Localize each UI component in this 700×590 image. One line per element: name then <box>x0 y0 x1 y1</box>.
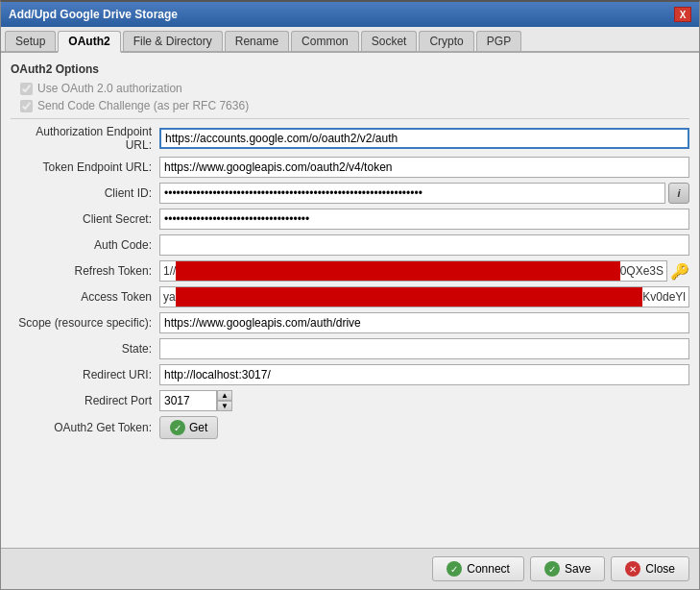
auth-endpoint-input[interactable] <box>159 128 689 149</box>
refresh-token-group: 1// 0QXe3S 🔑 <box>159 260 689 282</box>
scope-row: Scope (resource specific): <box>11 312 689 333</box>
auth-endpoint-label: Authorization Endpoint URL: <box>11 125 159 152</box>
refresh-token-redacted <box>176 261 619 281</box>
checkbox-code-challenge-label: Send Code Challenge (as per RFC 7636) <box>37 99 249 112</box>
footer: ✓ Connect ✓ Save ✕ Close <box>1 548 699 589</box>
spinner-down-button[interactable]: ▼ <box>217 401 232 411</box>
get-token-button-label: Get <box>189 421 207 434</box>
spinner-buttons: ▲ ▼ <box>217 390 232 411</box>
token-endpoint-row: Token Endpoint URL: <box>11 157 689 178</box>
access-token-group: ya Kv0deYl <box>159 286 689 307</box>
redirect-port-spinner: ▲ ▼ <box>159 390 232 411</box>
section-title: OAuth2 Options <box>11 62 689 76</box>
close-button[interactable]: ✕ Close <box>611 556 689 581</box>
tab-bar: Setup OAuth2 File & Directory Rename Com… <box>1 27 699 53</box>
connect-label: Connect <box>467 562 510 576</box>
get-token-button[interactable]: Get <box>159 416 218 439</box>
client-id-label: Client ID: <box>11 186 159 200</box>
token-endpoint-label: Token Endpoint URL: <box>11 160 159 174</box>
refresh-token-row: Refresh Token: 1// 0QXe3S 🔑 <box>11 260 689 282</box>
access-token-row: Access Token ya Kv0deYl <box>11 286 689 307</box>
token-endpoint-input[interactable] <box>159 157 689 178</box>
tab-rename[interactable]: Rename <box>225 31 289 51</box>
state-label: State: <box>11 342 159 356</box>
title-bar: Add/Upd Google Drive Storage X <box>1 2 699 27</box>
refresh-token-suffix: 0QXe3S <box>620 264 666 278</box>
redirect-port-input[interactable] <box>159 390 217 411</box>
auth-code-input[interactable] <box>159 234 689 256</box>
window-title: Add/Upd Google Drive Storage <box>9 8 178 21</box>
refresh-token-display: 1// 0QXe3S <box>159 260 667 282</box>
main-window: Add/Upd Google Drive Storage X Setup OAu… <box>0 0 700 590</box>
scope-label: Scope (resource specific): <box>11 316 159 330</box>
divider1 <box>11 118 689 119</box>
client-id-row: Client ID: i <box>11 183 689 204</box>
checkbox-code-challenge-row: Send Code Challenge (as per RFC 7636) <box>20 99 689 112</box>
access-token-suffix: Kv0deYl <box>642 290 688 304</box>
access-token-redacted <box>176 287 643 307</box>
close-label: Close <box>645 562 675 576</box>
access-token-prefix: ya <box>160 290 176 304</box>
auth-endpoint-row: Authorization Endpoint URL: <box>11 125 689 152</box>
client-id-input[interactable] <box>159 183 665 204</box>
tab-setup[interactable]: Setup <box>5 31 56 51</box>
get-token-row: OAuth2 Get Token: Get <box>11 416 689 439</box>
redirect-uri-input[interactable] <box>159 364 689 385</box>
tab-file-directory[interactable]: File & Directory <box>123 31 223 51</box>
scope-input[interactable] <box>159 312 689 333</box>
state-input[interactable] <box>159 338 689 359</box>
tab-common[interactable]: Common <box>291 31 359 51</box>
title-close-button[interactable]: X <box>674 7 691 22</box>
client-secret-input[interactable] <box>159 209 689 230</box>
checkbox-use-oauth-label: Use OAuth 2.0 authorization <box>37 82 182 95</box>
get-token-label: OAuth2 Get Token: <box>11 421 159 434</box>
spinner-up-button[interactable]: ▲ <box>217 390 232 401</box>
tab-oauth2[interactable]: OAuth2 <box>58 31 120 53</box>
get-token-button-icon <box>170 420 185 435</box>
redirect-port-label: Redirect Port <box>11 394 159 407</box>
save-button[interactable]: ✓ Save <box>530 556 605 581</box>
access-token-label: Access Token <box>11 290 159 304</box>
auth-code-label: Auth Code: <box>11 238 159 252</box>
content-area: OAuth2 Options Use OAuth 2.0 authorizati… <box>1 53 699 548</box>
checkbox-code-challenge[interactable] <box>20 100 33 112</box>
auth-code-row: Auth Code: <box>11 234 689 256</box>
connect-button[interactable]: ✓ Connect <box>432 556 524 581</box>
tab-pgp[interactable]: PGP <box>476 31 521 51</box>
info-button[interactable]: i <box>668 183 689 204</box>
tab-crypto[interactable]: Crypto <box>419 31 473 51</box>
connect-icon: ✓ <box>447 561 462 577</box>
checkbox-use-oauth-row: Use OAuth 2.0 authorization <box>20 82 689 95</box>
client-id-input-group: i <box>159 183 689 204</box>
redirect-uri-row: Redirect URI: <box>11 364 689 385</box>
refresh-token-key-icon[interactable]: 🔑 <box>670 262 689 281</box>
save-label: Save <box>565 562 591 576</box>
state-row: State: <box>11 338 689 359</box>
refresh-token-label: Refresh Token: <box>11 264 159 278</box>
tab-socket[interactable]: Socket <box>361 31 418 51</box>
close-icon: ✕ <box>625 561 640 577</box>
client-secret-label: Client Secret: <box>11 212 159 226</box>
checkbox-use-oauth[interactable] <box>20 83 33 95</box>
access-token-display: ya Kv0deYl <box>159 286 689 307</box>
save-icon: ✓ <box>544 561 560 577</box>
refresh-token-prefix: 1// <box>160 264 176 278</box>
client-secret-row: Client Secret: <box>11 209 689 230</box>
redirect-port-row: Redirect Port ▲ ▼ <box>11 390 689 411</box>
redirect-uri-label: Redirect URI: <box>11 368 159 381</box>
